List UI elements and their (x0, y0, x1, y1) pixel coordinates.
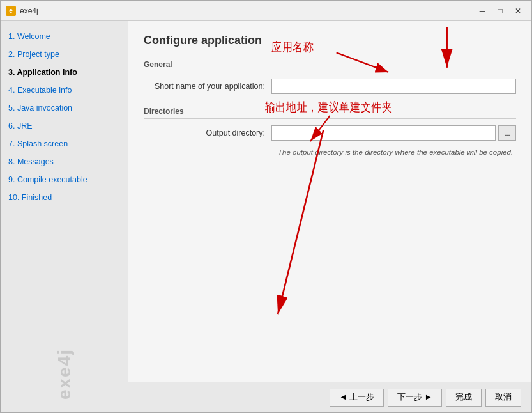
directories-section-label: Directories (144, 107, 516, 119)
watermark-text: exe4j (54, 348, 75, 400)
svg-line-6 (278, 130, 323, 314)
minimize-button[interactable]: ─ (474, 4, 490, 18)
sidebar-item-welcome[interactable]: 1. Welcome (1, 27, 128, 45)
general-section: General Short name of your application: (144, 60, 516, 94)
finish-button[interactable]: 完成 (446, 389, 482, 407)
panel-title: Configure application (144, 34, 516, 47)
sidebar-item-jre[interactable]: 6. JRE (1, 117, 128, 135)
close-button[interactable]: ✕ (510, 4, 526, 18)
sidebar-item-project-type[interactable]: 2. Project type (1, 45, 128, 63)
bottom-bar: ◄ 上一步 下一步 ► 完成 取消 (128, 382, 531, 412)
main-content: 1. Welcome 2. Project type 3. Applicatio… (1, 21, 531, 412)
title-bar: e exe4j ─ □ ✕ (1, 1, 531, 21)
sidebar-watermark: exe4j (1, 348, 128, 400)
title-bar-text: exe4j (20, 6, 474, 15)
panel-body: Configure application General Short name… (128, 21, 531, 382)
sidebar-item-compile-executable[interactable]: 9. Compile executable (1, 171, 128, 189)
directories-section: Directories Output directory: ... The ou… (144, 107, 516, 156)
cancel-button[interactable]: 取消 (485, 389, 521, 407)
main-window: e exe4j ─ □ ✕ 1. Welcome 2. Project type… (0, 0, 532, 413)
sidebar-item-app-info[interactable]: 3. Application info (1, 63, 128, 81)
output-dir-hint: The output directory is the directory wh… (278, 148, 516, 156)
output-dir-row: Output directory: ... (144, 125, 516, 141)
title-bar-buttons: ─ □ ✕ (474, 4, 526, 18)
output-dir-field-group: ... (271, 125, 516, 141)
prev-button[interactable]: ◄ 上一步 (330, 389, 384, 407)
sidebar-item-java-invocation[interactable]: 5. Java invocation (1, 99, 128, 117)
short-name-label: Short name of your application: (144, 82, 271, 91)
app-icon: e (6, 6, 16, 16)
general-section-label: General (144, 60, 516, 72)
sidebar-item-messages[interactable]: 8. Messages (1, 153, 128, 171)
sidebar: 1. Welcome 2. Project type 3. Applicatio… (1, 21, 128, 412)
output-dir-input[interactable] (271, 125, 496, 141)
browse-button[interactable]: ... (498, 125, 516, 141)
sidebar-item-executable-info[interactable]: 4. Executable info (1, 81, 128, 99)
sidebar-item-splash-screen[interactable]: 7. Splash screen (1, 135, 128, 153)
sidebar-item-finished[interactable]: 10. Finished (1, 189, 128, 207)
output-dir-label: Output directory: (144, 129, 271, 137)
short-name-row: Short name of your application: (144, 79, 516, 94)
next-button[interactable]: 下一步 ► (388, 389, 442, 407)
short-name-input[interactable] (271, 79, 516, 94)
maximize-button[interactable]: □ (492, 4, 508, 18)
right-panel: Configure application General Short name… (128, 21, 531, 412)
